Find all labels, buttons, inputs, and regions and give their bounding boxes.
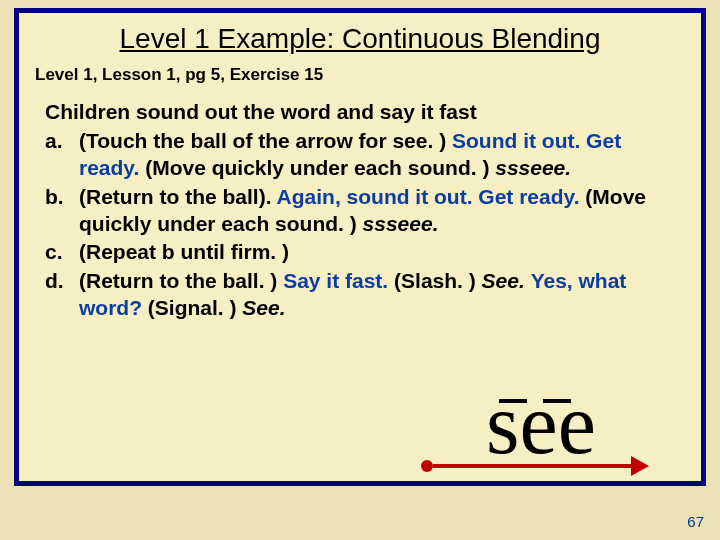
text-a: (Touch the ball of the arrow for see. ) … [79, 128, 675, 182]
marker-c: c. [45, 239, 79, 266]
arrow-head [631, 456, 649, 476]
item-a: a. (Touch the ball of the arrow for see.… [45, 128, 675, 182]
word-display: see [431, 386, 651, 475]
macron-1 [499, 399, 527, 403]
slide-title: Level 1 Example: Continuous Blending [19, 13, 701, 59]
item-b: b. (Return to the ball). Again, sound it… [45, 184, 675, 238]
marker-a: a. [45, 128, 79, 182]
slide-frame: Level 1 Example: Continuous Blending Lev… [14, 8, 706, 486]
macron-2 [543, 399, 571, 403]
item-d: d. (Return to the ball. ) Say it fast. (… [45, 268, 675, 322]
marker-b: b. [45, 184, 79, 238]
text-b: (Return to the ball). Again, sound it ou… [79, 184, 675, 238]
slide-subtitle: Level 1, Lesson 1, pg 5, Exercise 15 [19, 59, 701, 99]
body-text: Children sound out the word and say it f… [19, 99, 701, 322]
arrow-ball [421, 460, 433, 472]
marker-d: d. [45, 268, 79, 322]
text-d: (Return to the ball. ) Say it fast. (Sla… [79, 268, 675, 322]
lead-line: Children sound out the word and say it f… [45, 99, 675, 126]
text-c: (Repeat b until firm. ) [79, 239, 675, 266]
item-c: c. (Repeat b until firm. ) [45, 239, 675, 266]
arrow [431, 457, 651, 475]
word-text: see [431, 386, 651, 463]
page-number: 67 [687, 513, 704, 530]
arrow-shaft [433, 464, 633, 468]
